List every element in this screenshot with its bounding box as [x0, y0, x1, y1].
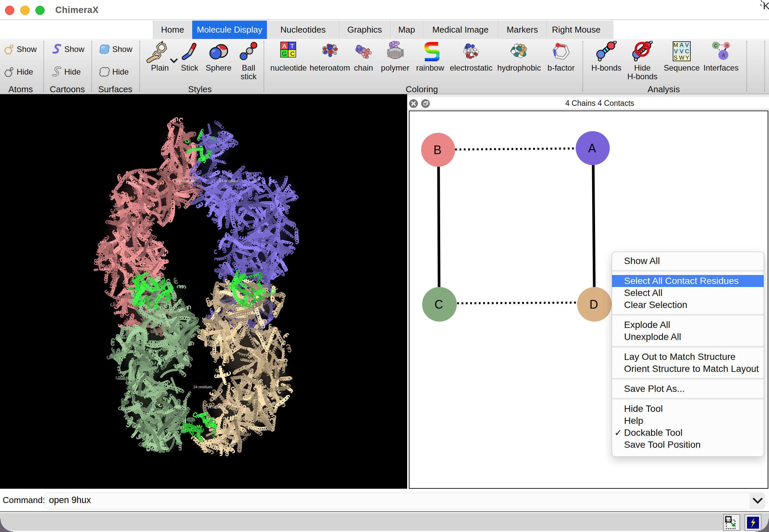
svg-text:V: V [685, 42, 689, 48]
svg-text:B: B [433, 143, 441, 157]
svg-text:Y: Y [685, 55, 689, 61]
svg-text:A: A [588, 141, 596, 155]
svg-text:C: C [685, 48, 689, 55]
svg-text:D: D [590, 298, 598, 311]
svg-text:S: S [674, 55, 677, 61]
svg-text:C: C [714, 43, 718, 48]
svg-text:B: B [725, 43, 729, 48]
svg-text:C: C [434, 298, 443, 311]
svg-text:V: V [680, 48, 684, 55]
svg-text:T: T [290, 43, 294, 50]
svg-text:K: K [763, 0, 769, 11]
svg-text:V: V [674, 48, 678, 55]
svg-text:14 residues: 14 residues [219, 179, 238, 183]
svg-text:14 residues: 14 residues [193, 385, 212, 389]
svg-text:W: W [679, 55, 684, 61]
svg-text:C: C [290, 50, 295, 57]
svg-text:A: A [722, 53, 725, 58]
svg-text:M: M [673, 42, 678, 48]
svg-text:14 residues: 14 residues [207, 405, 226, 409]
svg-text:14 residues: 14 residues [176, 179, 195, 183]
svg-text:A: A [282, 43, 287, 50]
svg-text:A: A [680, 42, 684, 48]
svg-text:G: G [282, 50, 287, 57]
